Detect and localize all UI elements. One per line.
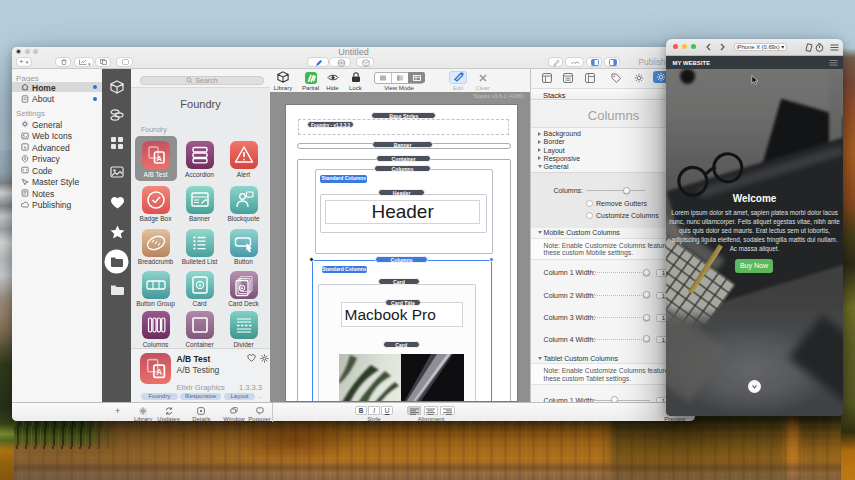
svg-text:S: S [24, 145, 27, 150]
svg-text:A: A [156, 153, 162, 162]
svg-text:A: A [156, 367, 162, 377]
